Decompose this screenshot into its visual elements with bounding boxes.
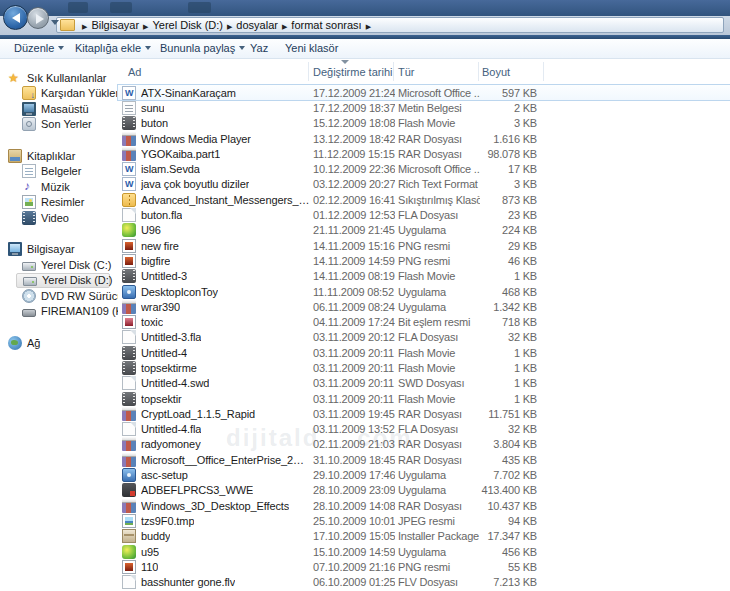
appdark-icon bbox=[122, 483, 136, 497]
file-size: 32 KB bbox=[480, 331, 544, 343]
file-type: Uygulama bbox=[395, 546, 480, 558]
column-separator[interactable] bbox=[393, 62, 394, 81]
file-size: 597 KB bbox=[480, 87, 544, 99]
sidebar-item-video[interactable]: Video bbox=[0, 210, 118, 226]
file-row[interactable]: DesktopIconToy11.11.2009 08:52Uygulama46… bbox=[118, 284, 730, 299]
file-type: Sıkıştırılmış Klasör bbox=[395, 194, 480, 206]
column-header-de-i-tirme-tarihi[interactable]: Değiştirme tarihi bbox=[313, 66, 392, 78]
file-name-cell: ADBEFLPRCS3_WWE bbox=[118, 483, 310, 497]
sidebar-item-belgeler[interactable]: Belgeler bbox=[0, 164, 118, 180]
file-row[interactable]: u9515.10.2009 14:59Uygulama456 KB bbox=[118, 544, 730, 559]
back-button[interactable] bbox=[3, 5, 28, 30]
file-row[interactable]: java çok boyutlu diziler03.12.2009 20:27… bbox=[118, 177, 730, 192]
file-row[interactable]: Untitled-4.fla03.11.2009 13:52FLA Dosyas… bbox=[118, 422, 730, 437]
file-name-cell: new fire bbox=[118, 239, 310, 253]
music-icon bbox=[22, 180, 36, 194]
file-row[interactable]: Advanced_Instant_Messengers_Password...0… bbox=[118, 192, 730, 207]
column-separator[interactable] bbox=[478, 62, 479, 81]
file-row[interactable]: 11007.10.2009 21:16PNG resmi55 KB bbox=[118, 559, 730, 574]
file-size: 718 KB bbox=[480, 316, 544, 328]
breadcrumb-separator-icon: ▶ bbox=[227, 23, 232, 30]
sidebar-item-ag[interactable]: Ağ bbox=[0, 335, 118, 351]
toolbar-button-yaz[interactable]: Yaz bbox=[250, 39, 268, 58]
column-header-boyut[interactable]: Boyut bbox=[482, 66, 510, 78]
file-row[interactable]: wrar39006.11.2009 08:24Uygulama1.342 KB bbox=[118, 299, 730, 314]
file-row[interactable]: asc-setup29.10.2009 17:46Uygulama7.702 K… bbox=[118, 467, 730, 482]
sidebar-item-karsidan-yuklemeler[interactable]: Karşıdan Yüklemeler bbox=[0, 86, 118, 102]
file-row[interactable]: Windows_3D_Desktop_Effects28.10.2009 14:… bbox=[118, 498, 730, 513]
column-separator[interactable] bbox=[308, 62, 309, 81]
column-header-ad[interactable]: Ad bbox=[128, 66, 141, 78]
file-row[interactable]: Untitled-4.swd03.11.2009 20:11SWD Dosyas… bbox=[118, 376, 730, 391]
sidebar-item-yerel-disk-c[interactable]: Yerel Disk (C:) bbox=[0, 257, 118, 273]
chevron-down-icon bbox=[239, 46, 245, 53]
file-size: 17 KB bbox=[480, 163, 544, 175]
sidebar-item-fireman109[interactable]: FIREMAN109 (K:) bbox=[0, 304, 118, 320]
file-row[interactable]: topsektirme03.11.2009 20:11Flash Movie1 … bbox=[118, 360, 730, 375]
sidebar-item-resimler[interactable]: Resimler bbox=[0, 195, 118, 211]
file-size: 7.702 KB bbox=[480, 469, 544, 481]
blank-icon bbox=[122, 208, 136, 222]
file-row[interactable]: islam.Sevda10.12.2009 22:36Microsoft Off… bbox=[118, 161, 730, 176]
file-row[interactable]: toxic04.11.2009 17:24Bit eşlem resmi718 … bbox=[118, 314, 730, 329]
sidebar-item-bilgisayar[interactable]: Bilgisayar bbox=[0, 242, 118, 258]
file-row[interactable]: new fire14.11.2009 15:16PNG resmi29 KB bbox=[118, 238, 730, 253]
file-row[interactable]: CryptLoad_1.1.5_Rapid03.11.2009 19:45RAR… bbox=[118, 406, 730, 421]
file-row[interactable]: bigfire14.11.2009 14:59PNG resmi46 KB bbox=[118, 253, 730, 268]
file-name: toxic bbox=[141, 316, 163, 328]
sidebar-item-dvd-rw-surucusu[interactable]: DVD RW Sürücüsü (E bbox=[0, 288, 118, 304]
sidebar-item-sik-kullanilanlar[interactable]: Sık Kullanılanlar bbox=[0, 70, 118, 86]
column-header-t-r[interactable]: Tür bbox=[398, 66, 415, 78]
sidebar-item-muzik[interactable]: Müzik bbox=[0, 179, 118, 195]
address-field[interactable]: ▶Bilgisayar▶Yerel Disk (D:)▶dosyalar▶for… bbox=[56, 17, 724, 33]
breadcrumb-item-3[interactable]: format sonrası bbox=[291, 19, 361, 31]
file-row[interactable]: U9621.11.2009 21:45Uygulama224 KB bbox=[118, 223, 730, 238]
file-row[interactable]: ADBEFLPRCS3_WWE28.10.2009 23:09Uygulama4… bbox=[118, 483, 730, 498]
file-type: RAR Dosyası bbox=[395, 408, 480, 420]
toolbar-button-duzenle[interactable]: Düzenle bbox=[14, 39, 64, 58]
file-date: 01.12.2009 12:53 bbox=[310, 209, 395, 221]
file-name-cell: U96 bbox=[118, 223, 310, 237]
file-name-cell: buddy bbox=[118, 529, 310, 543]
file-row[interactable]: tzs9F0.tmp25.10.2009 10:01JPEG resmi94 K… bbox=[118, 513, 730, 528]
sidebar-item-kitapliklar[interactable]: Kitaplıklar bbox=[0, 148, 118, 164]
file-type: Microsoft Office ... bbox=[395, 163, 480, 175]
forward-button[interactable] bbox=[27, 7, 49, 29]
toolbar-button-kitapliga-ekle[interactable]: Kitaplığa ekle bbox=[75, 39, 151, 58]
file-row[interactable]: buton.fla01.12.2009 12:53FLA Dosyası23 K… bbox=[118, 207, 730, 222]
breadcrumb: ▶Bilgisayar▶Yerel Disk (D:)▶dosyalar▶for… bbox=[78, 19, 375, 31]
file-row[interactable]: Untitled-314.11.2009 08:19Flash Movie1 K… bbox=[118, 269, 730, 284]
file-row[interactable]: YGOKaiba.part111.12.2009 15:15RAR Dosyas… bbox=[118, 146, 730, 161]
file-row[interactable]: Untitled-403.11.2009 20:11Flash Movie1 K… bbox=[118, 345, 730, 360]
sidebar-item-label: Yerel Disk (C:) bbox=[41, 259, 112, 271]
file-row[interactable]: topsektir03.11.2009 20:11Flash Movie1 KB bbox=[118, 391, 730, 406]
file-name-cell: sunu bbox=[118, 101, 310, 115]
toolbar-button-label: Kitaplığa ekle bbox=[75, 42, 141, 54]
column-separator[interactable] bbox=[543, 62, 544, 81]
file-row[interactable]: Untitled-3.fla03.11.2009 20:12FLA Dosyas… bbox=[118, 330, 730, 345]
breadcrumb-separator-icon: ▶ bbox=[143, 23, 148, 30]
recent-pages-dropdown-icon[interactable] bbox=[51, 20, 59, 29]
sidebar-item-son-yerler[interactable]: Son Yerler bbox=[0, 117, 118, 133]
file-row[interactable]: ATX-SinanKaraçam17.12.2009 21:24Microsof… bbox=[118, 85, 730, 100]
file-row[interactable]: radyomoney02.11.2009 21:03RAR Dosyası3.8… bbox=[118, 437, 730, 452]
file-row[interactable]: sunu17.12.2009 18:37Metin Belgesi2 KB bbox=[118, 100, 730, 115]
file-row[interactable]: basshunter gone.flv06.10.2009 01:25FLV D… bbox=[118, 575, 730, 590]
toolbar-button-bununla-paylas[interactable]: Bununla paylaş bbox=[160, 39, 245, 58]
toolbar-button-yeni-klasor[interactable]: Yeni klasör bbox=[285, 39, 338, 58]
breadcrumb-item-2[interactable]: dosyalar bbox=[236, 19, 278, 31]
file-row[interactable]: Microsoft__Office_EnterPrise_2007__activ… bbox=[118, 452, 730, 467]
breadcrumb-item-1[interactable]: Yerel Disk (D:) bbox=[152, 19, 223, 31]
file-name-cell: Untitled-4 bbox=[118, 346, 310, 360]
file-type: RAR Dosyası bbox=[395, 438, 480, 450]
file-date: 06.10.2009 01:25 bbox=[310, 576, 395, 588]
file-name: YGOKaiba.part1 bbox=[141, 148, 220, 160]
file-row[interactable]: Windows Media Player13.12.2009 18:42RAR … bbox=[118, 131, 730, 146]
file-row[interactable]: buddy17.10.2009 15:05Installer Package17… bbox=[118, 529, 730, 544]
file-row[interactable]: buton15.12.2009 18:08Flash Movie3 KB bbox=[118, 116, 730, 131]
sidebar-item-label: Resimler bbox=[41, 196, 84, 208]
sidebar-item-yerel-disk-d[interactable]: Yerel Disk (D:) bbox=[16, 273, 110, 289]
breadcrumb-item-0[interactable]: Bilgisayar bbox=[91, 19, 139, 31]
sidebar-item-masaustu[interactable]: Masaüstü bbox=[0, 101, 118, 117]
file-type: Uygulama bbox=[395, 484, 480, 496]
